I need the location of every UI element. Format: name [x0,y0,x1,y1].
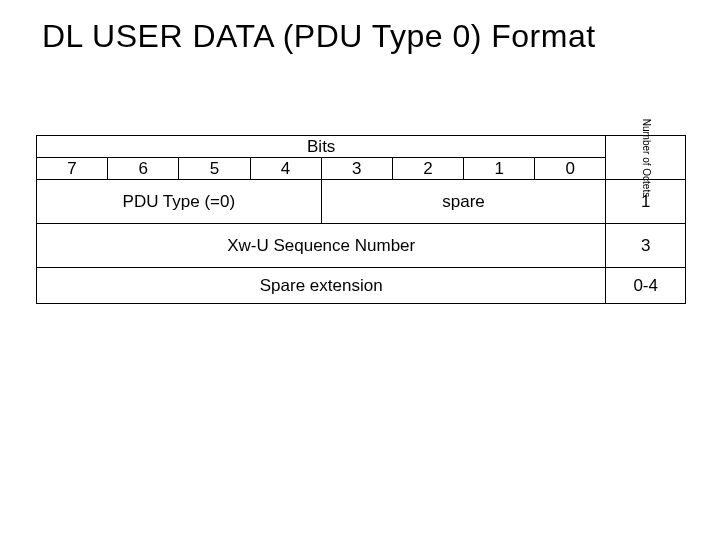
bit-col-0: 0 [535,158,606,180]
bit-col-6: 6 [108,158,179,180]
bit-col-3: 3 [321,158,392,180]
table-row: PDU Type (=0) spare 1 [37,180,686,224]
field-spare-extension: Spare extension [37,268,606,304]
bit-col-7: 7 [37,158,108,180]
page-title: DL USER DATA (PDU Type 0) Format [42,18,690,55]
octets-header-label: Number of Octets [641,118,651,196]
bits-label: Bits [307,137,335,156]
bit-col-1: 1 [464,158,535,180]
table-row: Spare extension 0-4 [37,268,686,304]
field-spare: spare [321,180,606,224]
bits-label-cell: Bits [37,136,606,158]
field-pdu-type: PDU Type (=0) [37,180,322,224]
bits-header-row: Bits Number of Octets [37,136,686,158]
bit-col-4: 4 [250,158,321,180]
octets-value: 3 [606,224,686,268]
bit-col-5: 5 [179,158,250,180]
octets-value: 0-4 [606,268,686,304]
bit-col-2: 2 [392,158,463,180]
slide: DL USER DATA (PDU Type 0) Format Bits Nu… [0,0,720,540]
octets-header-cell: Number of Octets [606,136,686,180]
table-row: Xw-U Sequence Number 3 [37,224,686,268]
bit-number-row: 7 6 5 4 3 2 1 0 [37,158,686,180]
field-sequence-number: Xw-U Sequence Number [37,224,606,268]
pdu-format-table: Bits Number of Octets 7 6 5 4 3 2 1 0 PD… [36,135,686,304]
